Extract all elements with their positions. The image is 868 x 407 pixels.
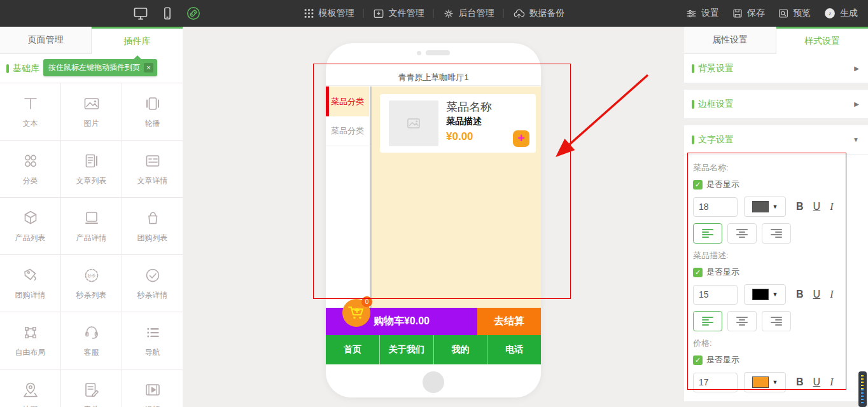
- dish-card[interactable]: 菜品名称 菜品描述 ¥0.00 +: [380, 94, 536, 153]
- underline-button[interactable]: U: [813, 289, 821, 300]
- underline-button[interactable]: U: [813, 376, 821, 388]
- plugin-item-seckill-list[interactable]: 秒杀 秒杀列表: [61, 255, 122, 312]
- tab-attribute-settings[interactable]: 属性设置: [684, 27, 776, 54]
- style-toggles: B U I: [796, 376, 833, 388]
- close-icon[interactable]: ×: [144, 63, 153, 72]
- category-item[interactable]: 菜品分类: [326, 116, 369, 146]
- plugin-item-navigation[interactable]: 导航: [122, 312, 183, 369]
- italic-button[interactable]: I: [830, 376, 833, 388]
- section-border-settings[interactable]: 边框设置 ▶: [684, 90, 868, 119]
- plugin-item-map[interactable]: 地图: [0, 369, 60, 407]
- nav-item-phone[interactable]: 电话: [487, 335, 541, 364]
- bold-button[interactable]: B: [796, 201, 804, 212]
- phone-preview: 青青原上草咖啡厅1 菜品分类 菜品分类 菜品名称 菜品描述 ¥0.00 +: [326, 43, 541, 397]
- menu-data-backup[interactable]: 数据备份: [513, 8, 565, 20]
- plugin-item-product-detail[interactable]: 产品详情: [61, 198, 122, 254]
- nav-item-mine[interactable]: 我的: [433, 335, 487, 364]
- section-text-settings[interactable]: 文字设置 ▼: [684, 125, 868, 155]
- left-panel: 页面管理 插件库 基础库 按住鼠标左键拖动插件到页 × 文本 图片 轮播: [0, 27, 183, 407]
- phone-chin: [326, 364, 541, 397]
- text-group-dish-desc: 菜品描述: ✓ 是否显示 ▼ B U I: [693, 250, 859, 331]
- group-label: 菜品描述:: [693, 250, 859, 261]
- generate-button[interactable]: ♪ 生成: [823, 7, 858, 20]
- green-bar: [692, 135, 694, 144]
- plugin-item-groupbuy-detail[interactable]: 团购详情: [0, 255, 60, 312]
- category-list: 菜品分类 菜品分类: [326, 86, 369, 308]
- plugin-item-image[interactable]: 图片: [61, 83, 122, 140]
- settings-button[interactable]: 设置: [685, 8, 719, 20]
- plugin-item-video[interactable]: 视频: [122, 369, 183, 407]
- font-row: ▼ B U I: [693, 372, 859, 392]
- caret-down-icon: ▼: [773, 204, 778, 210]
- scrollbar-ticks-top: [861, 375, 864, 389]
- italic-button[interactable]: I: [830, 201, 833, 212]
- tab-plugin-library[interactable]: 插件库: [92, 27, 183, 54]
- nav-item-home[interactable]: 首页: [326, 335, 379, 364]
- section-background-settings[interactable]: 背景设置 ▶: [684, 54, 868, 83]
- save-button[interactable]: 保存: [732, 8, 765, 19]
- color-picker[interactable]: ▼: [744, 197, 786, 217]
- dish-image-placeholder: [389, 100, 438, 146]
- plugin-item-text[interactable]: 文本: [0, 83, 60, 140]
- generate-icon: ♪: [823, 7, 836, 20]
- align-right-button[interactable]: [762, 223, 791, 244]
- bold-button[interactable]: B: [796, 376, 804, 388]
- tooltip-text: 按住鼠标左键拖动插件到页: [48, 62, 140, 73]
- mobile-preview-icon[interactable]: [160, 6, 174, 21]
- nav-item-about[interactable]: 关于我们: [379, 335, 433, 364]
- link-icon[interactable]: [186, 6, 201, 21]
- plugin-item-article-list[interactable]: 文章列表: [61, 141, 122, 197]
- tab-page-manage[interactable]: 页面管理: [0, 27, 92, 54]
- preview-button[interactable]: 预览: [778, 8, 811, 19]
- align-center-button[interactable]: [727, 311, 757, 331]
- plugin-item-article-detail[interactable]: 文章详情: [122, 141, 183, 197]
- plugin-item-form[interactable]: 表单: [61, 369, 122, 407]
- main-menu: 模板管理 文件管理 后台管理 数据备份: [304, 0, 565, 27]
- plugin-item-product-list[interactable]: 产品列表: [0, 198, 60, 254]
- green-bar: [6, 64, 9, 73]
- align-left-button[interactable]: [693, 223, 722, 244]
- right-panel: 属性设置 样式设置 背景设置 ▶ 边框设置 ▶ 文字设置 ▼ 菜品名称: ✓ 是…: [684, 27, 868, 407]
- font-size-input[interactable]: [693, 373, 738, 392]
- seckill-detail-icon: [143, 266, 162, 285]
- underline-button[interactable]: U: [813, 201, 821, 212]
- right-panel-tabs: 属性设置 样式设置: [684, 27, 868, 54]
- menu-template-manage[interactable]: 模板管理: [304, 8, 354, 19]
- menu-label: 文件管理: [389, 8, 424, 19]
- group-label: 菜品名称:: [693, 162, 859, 174]
- divider: [503, 9, 504, 18]
- tab-style-settings[interactable]: 样式设置: [776, 27, 868, 54]
- add-to-cart-button[interactable]: +: [513, 130, 529, 147]
- italic-button[interactable]: I: [830, 289, 833, 300]
- align-center-icon: [736, 229, 748, 238]
- plugin-item-seckill-detail[interactable]: 秒杀详情: [122, 255, 183, 312]
- style-toggles: B U I: [796, 289, 833, 300]
- cart-button[interactable]: 0: [342, 299, 370, 327]
- plugin-item-carousel[interactable]: 轮播: [122, 83, 183, 140]
- menu-file-manage[interactable]: 文件管理: [373, 8, 424, 20]
- color-picker[interactable]: ▼: [744, 372, 786, 392]
- plugin-item-groupbuy-list[interactable]: 团购列表: [122, 198, 183, 254]
- plugin-item-category[interactable]: 分类: [0, 141, 60, 197]
- checkbox-checked[interactable]: ✓: [693, 355, 703, 365]
- plugin-item-customer-service[interactable]: 客服: [61, 312, 122, 369]
- scrollbar-thumb[interactable]: [858, 371, 867, 407]
- font-size-input[interactable]: [693, 285, 738, 305]
- checkbox-checked[interactable]: ✓: [693, 180, 703, 190]
- article-detail-icon: [143, 151, 162, 170]
- color-picker[interactable]: ▼: [744, 284, 786, 305]
- plugin-item-free-layout[interactable]: 自由布局: [0, 312, 60, 369]
- align-left-button[interactable]: [693, 311, 722, 331]
- bold-button[interactable]: B: [796, 289, 804, 300]
- category-item-active[interactable]: 菜品分类: [326, 86, 369, 116]
- device-preview-group: [132, 0, 201, 27]
- align-center-button[interactable]: [727, 223, 757, 244]
- font-size-input[interactable]: [693, 197, 738, 217]
- menu-backend-manage[interactable]: 后台管理: [443, 8, 494, 20]
- align-right-button[interactable]: [762, 311, 791, 331]
- app-title-bar: 青青原上草咖啡厅1: [326, 69, 541, 86]
- home-button[interactable]: [423, 371, 444, 393]
- checkout-button[interactable]: 去结算: [477, 308, 541, 335]
- desktop-preview-icon[interactable]: [132, 6, 149, 21]
- checkbox-checked[interactable]: ✓: [693, 268, 703, 277]
